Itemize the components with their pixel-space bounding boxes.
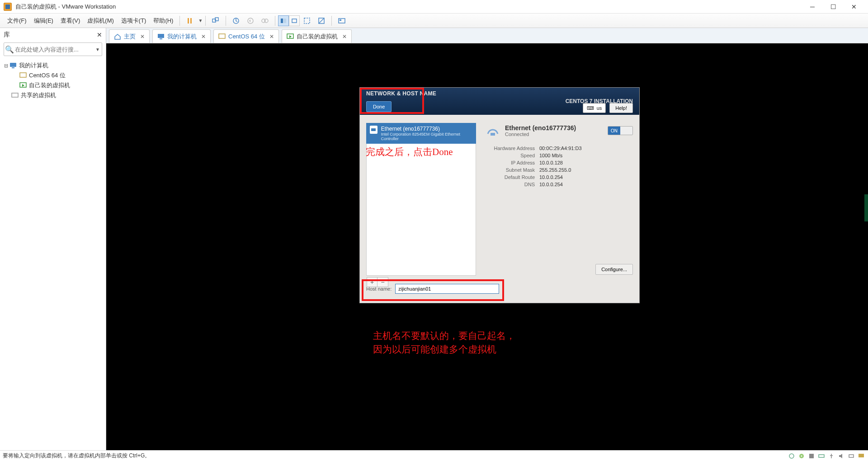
installer-title: NETWORK & HOST NAME	[366, 90, 436, 97]
svg-rect-1	[190, 18, 192, 24]
shared-icon	[11, 92, 19, 99]
device-disk-icon[interactable]	[788, 452, 796, 460]
tab-close-button[interactable]: ✕	[140, 33, 145, 40]
svg-rect-25	[371, 128, 376, 131]
toolbar-separator	[205, 16, 206, 26]
configure-button[interactable]: Configure...	[595, 264, 633, 275]
help-button[interactable]: Help!	[609, 103, 633, 113]
vm-icon	[218, 33, 226, 40]
done-button[interactable]: Done	[366, 101, 392, 112]
window-titlebar: 自己装的虚拟机 - VMware Workstation ─ ☐ ✕	[0, 0, 868, 14]
menu-tabs[interactable]: 选项卡(T)	[118, 15, 150, 27]
svg-point-29	[801, 455, 802, 456]
search-icon: 🔍	[4, 45, 15, 54]
network-detail-panel: Ethernet (eno16777736) Connected ON Hard…	[485, 123, 633, 276]
device-usb-icon[interactable]	[827, 452, 835, 460]
detail-value: 10.0.0.254	[539, 174, 633, 180]
tab-close-button[interactable]: ✕	[201, 33, 206, 40]
tree-node-centos[interactable]: CentOS 64 位	[3, 71, 103, 80]
window-close-button[interactable]: ✕	[844, 0, 864, 14]
svg-rect-30	[809, 454, 814, 458]
connection-toggle[interactable]: ON	[608, 126, 633, 135]
detail-status: Connected	[505, 132, 576, 137]
tab-centos[interactable]: CentOS 64 位 ✕	[213, 29, 279, 43]
menu-view[interactable]: 查看(V)	[57, 15, 84, 27]
toolbar-pause-button[interactable]	[184, 14, 196, 27]
tree-node-my-computer[interactable]: ⊟ 我的计算机	[3, 61, 103, 71]
toolbar-thumbnail-button[interactable]	[335, 14, 348, 27]
search-dropdown[interactable]: ▼	[94, 47, 102, 52]
annotation-line: 因为以后可能创建多个虚拟机	[373, 344, 496, 354]
vm-running-icon	[19, 82, 27, 89]
svg-rect-15	[340, 19, 341, 21]
toolbar-unity-button[interactable]	[315, 14, 328, 27]
library-tree: ⊟ 我的计算机 CentOS 64 位 自己装的虚拟机 共享的虚拟机	[0, 59, 106, 102]
nic-name: Ethernet (eno16777736)	[381, 126, 472, 132]
sidebar-close-button[interactable]: ✕	[97, 31, 102, 38]
detail-value: 255.255.255.0	[539, 167, 633, 173]
keyboard-layout-label: us	[597, 105, 602, 111]
vm-icon	[19, 72, 27, 79]
hostname-input[interactable]	[395, 284, 499, 294]
menu-vm[interactable]: 虚拟机(M)	[84, 15, 118, 27]
menu-file[interactable]: 文件(F)	[4, 15, 30, 27]
device-network-icon[interactable]	[817, 452, 826, 460]
keyboard-layout-selector[interactable]: ⌨ us	[583, 103, 606, 113]
toolbar-snapshot-button[interactable]	[230, 14, 242, 27]
centos-installer-window: NETWORK & HOST NAME Done CENTOS 7 INSTAL…	[360, 88, 639, 303]
network-interface-list: Ethernet (eno16777736) Intel Corporation…	[366, 123, 476, 276]
statusbar: 要将输入定向到该虚拟机，请在虚拟机内部单击或按 Ctrl+G。	[0, 450, 868, 461]
detail-key: Hardware Address	[485, 146, 535, 151]
toolbar-separator	[226, 16, 226, 26]
ethernet-large-icon	[485, 123, 500, 138]
search-input[interactable]	[15, 46, 94, 53]
menu-edit[interactable]: 编辑(E)	[30, 15, 57, 27]
tree-node-custom-vm[interactable]: 自己装的虚拟机	[3, 80, 103, 90]
detail-key: DNS	[485, 182, 535, 187]
tab-home[interactable]: 主页 ✕	[109, 29, 150, 43]
svg-rect-23	[219, 34, 225, 38]
tab-my-computer[interactable]: 我的计算机 ✕	[152, 29, 211, 43]
menu-help[interactable]: 帮助(H)	[150, 15, 177, 27]
toolbar-view-mode[interactable]	[278, 15, 300, 26]
window-minimize-button[interactable]: ─	[802, 0, 823, 14]
svg-rect-32	[849, 455, 854, 457]
monitor-icon	[157, 33, 165, 40]
detail-value: 10.0.0.128	[539, 160, 633, 165]
tab-label: 主页	[124, 33, 136, 41]
device-sound-icon[interactable]	[837, 452, 845, 460]
svg-rect-26	[491, 133, 495, 136]
toolbar-revert-button[interactable]	[244, 14, 257, 27]
network-interface-item[interactable]: Ethernet (eno16777736) Intel Corporation…	[366, 123, 476, 144]
annotation-text-done: 完成之后，点击Done	[366, 146, 453, 159]
device-floppy-icon[interactable]	[807, 452, 816, 460]
toolbar-fullscreen-button[interactable]	[301, 14, 313, 27]
tree-node-shared[interactable]: 共享的虚拟机	[3, 90, 103, 100]
tab-label: 自己装的虚拟机	[297, 33, 338, 41]
device-cd-icon[interactable]	[797, 452, 806, 460]
right-edge-handle[interactable]	[864, 194, 868, 221]
network-interface-list-empty: 完成之后，点击Done 主机名不要默认的，要自己起名， 因为以后可能创建多个虚拟…	[366, 144, 476, 276]
device-printer-icon[interactable]	[847, 452, 855, 460]
window-maximize-button[interactable]: ☐	[823, 0, 844, 14]
hostname-label: Host name:	[366, 286, 392, 292]
network-details-table: Hardware Address00:0C:29:A4:91:D3 Speed1…	[485, 146, 633, 187]
status-text: 要将输入定向到该虚拟机，请在虚拟机内部单击或按 Ctrl+G。	[3, 452, 150, 460]
svg-rect-16	[10, 63, 16, 67]
detail-key: Speed	[485, 153, 535, 158]
svg-rect-31	[819, 455, 824, 457]
workspace: 主页 ✕ 我的计算机 ✕ CentOS 64 位 ✕ 自己装的虚拟机 ✕	[106, 28, 868, 450]
vm-running-icon	[287, 33, 294, 40]
svg-point-7	[264, 19, 268, 23]
toggle-on-label: ON	[608, 127, 620, 135]
menubar: 文件(F) 编辑(E) 查看(V) 虚拟机(M) 选项卡(T) 帮助(H) ▼	[0, 14, 868, 28]
vm-console[interactable]: NETWORK & HOST NAME Done CENTOS 7 INSTAL…	[106, 43, 868, 450]
tab-close-button[interactable]: ✕	[269, 33, 274, 40]
toolbar-send-button[interactable]	[209, 14, 222, 27]
sidebar-search[interactable]: 🔍 ▼	[4, 42, 102, 56]
device-display-icon[interactable]	[857, 452, 865, 460]
toolbar-pause-dropdown[interactable]: ▼	[198, 18, 203, 23]
toolbar-manage-snapshot-button[interactable]	[259, 14, 271, 27]
tab-custom-vm[interactable]: 自己装的虚拟机 ✕	[282, 29, 352, 43]
tab-close-button[interactable]: ✕	[342, 33, 347, 40]
